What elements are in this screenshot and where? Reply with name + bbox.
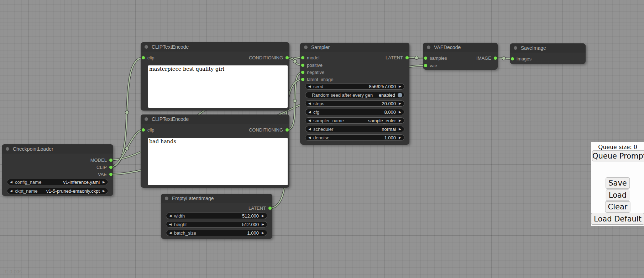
node-title-bar[interactable]: CLIPTextEncode [141,42,289,52]
input-slot-dot[interactable] [424,64,427,67]
node-empty-latent-image[interactable]: EmptyLatentImageLATENT◀width512.000▶◀hei… [161,194,272,239]
queue-prompt-button[interactable]: Queue Prompt [592,150,644,161]
stepper-right-arrow[interactable]: ▶ [103,188,105,194]
stepper-left-arrow[interactable]: ◀ [10,188,12,194]
stepper-right-arrow[interactable]: ▶ [399,84,401,89]
stepper-right-arrow[interactable]: ▶ [262,221,264,227]
stepper-left-arrow[interactable]: ◀ [308,126,311,132]
load-button[interactable]: Load [606,189,629,201]
input-slot-positive: positive [301,62,323,68]
collapse-dot[interactable] [165,197,168,200]
widget-width[interactable]: ◀width512.000▶ [166,213,267,219]
node-title-bar[interactable]: CheckpointLoader [2,144,113,154]
output-slot-dot[interactable] [109,173,112,176]
collapse-dot[interactable] [514,46,517,50]
stepper-right-arrow[interactable]: ▶ [399,101,401,106]
collapse-dot[interactable] [304,46,308,49]
toggle-on-dot[interactable] [398,93,402,97]
prompt-textarea[interactable]: masterpiece best quality girl [148,65,288,108]
widget-seed[interactable]: ◀seed8566257.000▶ [305,83,404,90]
widget-label: width [174,213,185,219]
widget-value: 1.000 [384,135,396,140]
widget-denoise[interactable]: ◀denoise1.000▶ [305,134,404,141]
widget-ckpt_name[interactable]: ◀ckpt_namev1-5-pruned-emaonly.ckpt▶ [7,188,108,194]
input-slot-label: model [307,55,319,60]
graph-canvas[interactable]: CheckpointLoaderMODELCLIPVAE◀config_name… [0,0,644,278]
clear-button[interactable]: Clear [605,201,630,213]
output-slot-label: CLIP [96,165,107,170]
widget-config_name[interactable]: ◀config_namev1-inference.yaml▶ [7,179,108,185]
prompt-textarea[interactable]: bad hands [148,138,288,185]
widget-steps[interactable]: ◀steps20.000▶ [305,100,404,107]
input-slot-label: negative [307,70,324,75]
node-title: CLIPTextEncode [152,116,189,122]
stepper-right-arrow[interactable]: ▶ [262,230,264,236]
stepper-right-arrow[interactable]: ▶ [399,118,401,123]
input-slot-dot[interactable] [142,128,145,132]
stepper-left-arrow[interactable]: ◀ [308,118,311,123]
node-vae-decode[interactable]: VAEDecodesamplesvaeIMAGE [423,43,498,70]
stepper-left-arrow[interactable]: ◀ [169,230,172,236]
input-slot-dot[interactable] [142,56,145,59]
widget-label: ckpt_name [15,188,38,194]
widget-height[interactable]: ◀height512.000▶ [166,221,267,228]
output-slot-dot[interactable] [109,166,112,169]
load-default-button[interactable]: Load Default [591,213,644,225]
output-slot-dot[interactable] [109,159,112,162]
save-button[interactable]: Save [606,177,630,189]
stepper-left-arrow[interactable]: ◀ [169,213,172,219]
output-slot-dot[interactable] [494,57,497,60]
widget-batch_size[interactable]: ◀batch_size1.000▶ [166,230,267,236]
collapse-dot[interactable] [6,147,9,151]
output-slot-LATENT: LATENT [248,205,272,211]
collapse-dot[interactable] [427,46,430,49]
output-slot-dot[interactable] [286,128,289,132]
stepper-left-arrow[interactable]: ◀ [308,84,311,89]
node-clip-text-encode-negative[interactable]: CLIPTextEncodeclipCONDITIONINGbad hands [141,114,289,188]
output-slot-dot[interactable] [268,207,272,210]
widget-sampler_name[interactable]: ◀sampler_namesample_euler▶ [305,117,404,124]
collapse-dot[interactable] [145,117,148,121]
stepper-left-arrow[interactable]: ◀ [308,135,311,140]
widget-value: 8566257.000 [369,84,396,89]
node-checkpoint-loader[interactable]: CheckpointLoaderMODELCLIPVAE◀config_name… [2,144,113,196]
stepper-right-arrow[interactable]: ▶ [103,179,105,185]
input-slot-latent_image: latent_image [301,76,333,82]
input-slot-dot[interactable] [511,57,514,60]
output-slot-dot[interactable] [286,56,289,59]
node-title-bar[interactable]: SaveImage [510,43,586,53]
input-slot-dot[interactable] [301,71,304,74]
node-sampler[interactable]: Samplermodelpositivenegativelatent_image… [300,43,409,145]
node-save-image[interactable]: SaveImageimages [510,43,586,64]
widget-value: v1-inference.yaml [63,180,100,185]
collapse-dot[interactable] [145,45,148,49]
node-title-bar[interactable]: CLIPTextEncode [141,114,289,124]
widget-label: config_name [15,180,41,185]
stepper-left-arrow[interactable]: ◀ [169,221,172,227]
input-slot-label: clip [147,127,155,133]
node-clip-text-encode-positive[interactable]: CLIPTextEncodeclipCONDITIONINGmasterpiec… [141,42,289,111]
output-slot-label: LATENT [248,205,266,211]
stepper-left-arrow[interactable]: ◀ [308,101,311,106]
input-slot-dot[interactable] [424,57,427,60]
stepper-right-arrow[interactable]: ▶ [399,126,401,132]
output-slot-CONDITIONING: CONDITIONING [249,127,289,133]
queue-panel: Queue size: 0 Queue Prompt Save Load Cle… [591,142,644,226]
input-slot-dot[interactable] [301,64,304,67]
node-title-bar[interactable]: EmptyLatentImage [161,194,272,203]
stepper-left-arrow[interactable]: ◀ [308,109,311,115]
stepper-right-arrow[interactable]: ▶ [262,213,264,219]
stepper-right-arrow[interactable]: ▶ [399,135,401,140]
node-title-bar[interactable]: VAEDecode [423,43,498,52]
node-title-bar[interactable]: Sampler [300,43,409,52]
stepper-left-arrow[interactable]: ◀ [10,179,12,185]
widget-scheduler[interactable]: ◀schedulernormal▶ [305,126,404,132]
output-slot-dot[interactable] [405,56,409,59]
widget-label: scheduler [313,127,333,132]
input-slot-dot[interactable] [301,78,304,81]
widget-random-seed-toggle[interactable]: Random seed after every genenabled [305,92,404,98]
widget-cfg[interactable]: ◀cfg8.000▶ [305,109,404,115]
input-slot-dot[interactable] [301,56,304,59]
output-slot-LATENT: LATENT [386,54,409,61]
stepper-right-arrow[interactable]: ▶ [399,109,401,115]
